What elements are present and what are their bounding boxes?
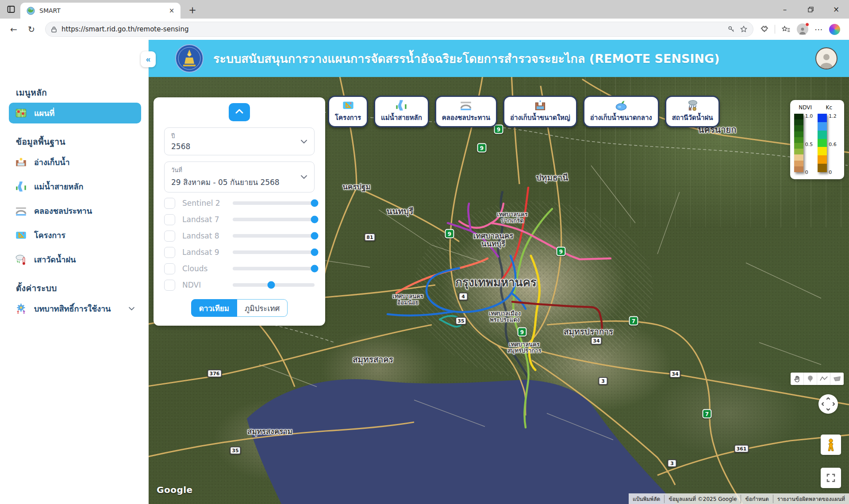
layer-checkbox[interactable] bbox=[164, 214, 175, 225]
panel-collapse-button[interactable] bbox=[229, 103, 250, 121]
pegman-button[interactable] bbox=[821, 435, 841, 455]
opacity-slider[interactable] bbox=[233, 218, 315, 221]
password-key-icon[interactable] bbox=[727, 25, 735, 33]
browser-tab[interactable]: SMART × bbox=[20, 3, 181, 19]
tab-close-icon[interactable]: × bbox=[167, 6, 176, 15]
sidebar-item-map[interactable]: แผนที่ bbox=[9, 103, 141, 123]
road-shield: 361 bbox=[734, 445, 749, 453]
map-toolbar-button[interactable]: สถานีวัดน้ำฝน bbox=[665, 96, 720, 127]
map-toolbar-button[interactable]: อ่างเก็บน้ำขนาดกลาง bbox=[583, 96, 659, 127]
favorite-star-icon[interactable] bbox=[740, 25, 748, 33]
map-place-label: เทศบาลนคร อ้อมน้อย bbox=[392, 293, 423, 306]
sidebar-item-project[interactable]: โครงการ bbox=[9, 225, 141, 246]
browser-profile-avatar[interactable] bbox=[797, 23, 808, 35]
rainpole-icon bbox=[15, 254, 27, 265]
map-toolbar-button[interactable]: โครงการ bbox=[328, 96, 368, 127]
attribution-link[interactable]: รายงานข้อผิดพลาดของแผนที่ bbox=[773, 495, 849, 503]
opacity-slider[interactable] bbox=[233, 250, 315, 254]
layer-checkbox[interactable] bbox=[164, 280, 175, 291]
layer-row: Landsat 9 bbox=[164, 246, 315, 258]
sidebar: เมนูหลักแผนที่ข้อมูลพื้นฐานอ่างเก็บน้ำแม… bbox=[0, 40, 149, 504]
map-toolbar-label: โครงการ bbox=[335, 112, 361, 123]
slider-handle[interactable] bbox=[311, 265, 319, 273]
place-marker-button[interactable] bbox=[804, 373, 817, 385]
window-minimize-button[interactable]: – bbox=[772, 0, 798, 19]
slider-handle[interactable] bbox=[267, 281, 275, 289]
sidebar-item-canal[interactable]: คลองชลประทาน bbox=[9, 200, 141, 221]
copilot-icon[interactable] bbox=[829, 24, 840, 35]
road-shield: 35 bbox=[455, 317, 466, 325]
map-toolbar-button[interactable]: คลองชลประทาน bbox=[435, 96, 497, 127]
map-place-label: เทศบาลเมือง พระประแดง bbox=[489, 311, 521, 323]
map-toolbar-label: คลองชลประทาน bbox=[442, 112, 490, 123]
map-place-label: สมุทรสงคราม bbox=[247, 427, 292, 435]
sidebar-collapse-button[interactable]: « bbox=[141, 51, 156, 67]
road-shield: 7 bbox=[703, 409, 712, 419]
slider-handle[interactable] bbox=[311, 249, 319, 256]
pan-control[interactable] bbox=[818, 394, 838, 414]
slider-handle[interactable] bbox=[311, 200, 319, 207]
workspaces-icon[interactable] bbox=[6, 4, 16, 15]
layer-checkbox[interactable] bbox=[164, 231, 175, 242]
slider-handle[interactable] bbox=[311, 232, 319, 240]
layer-checkbox[interactable] bbox=[164, 263, 175, 274]
address-bar[interactable]: https://smart.rid.go.th/remote-sensing bbox=[45, 22, 753, 37]
date-range-select[interactable]: วันที่ 29 สิงหาคม - 05 กันยายน 2568 bbox=[164, 162, 315, 192]
layer-checkbox[interactable] bbox=[164, 247, 175, 258]
sidebar-item-label: แผนที่ bbox=[34, 107, 54, 119]
legend-title: Kc bbox=[826, 104, 832, 111]
refresh-button[interactable]: ↻ bbox=[24, 22, 39, 37]
sidebar-item-label: คลองชลประทาน bbox=[34, 204, 92, 217]
sidebar-item-rainpole[interactable]: เสาวัดน้ำฝน bbox=[9, 249, 141, 270]
road-shield: 9 bbox=[518, 327, 527, 337]
canal-icon bbox=[15, 205, 27, 217]
opacity-slider[interactable] bbox=[233, 283, 315, 287]
chevron-down-icon bbox=[300, 139, 307, 144]
map-place-label: เทศบาลนคร สมุทรปราการ bbox=[507, 342, 542, 354]
map-toolbar-button[interactable]: แม่น้ำสายหลัก bbox=[374, 96, 429, 127]
slider-handle[interactable] bbox=[311, 216, 319, 223]
sidebar-item-roles[interactable]: บทบาทสิทธิ์การใช้งาน bbox=[9, 298, 141, 319]
window-restore-button[interactable] bbox=[798, 0, 823, 19]
road-shield: 34 bbox=[591, 337, 602, 345]
map-toolbar-label: อ่างเก็บน้ำขนาดใหญ่ bbox=[510, 112, 570, 123]
user-avatar[interactable] bbox=[815, 47, 837, 69]
browser-tab-strip: SMART × + – × bbox=[0, 0, 849, 19]
basemap-button[interactable]: ภูมิประเทศ bbox=[237, 299, 288, 317]
sidebar-item-river[interactable]: แม่น้ำสายหลัก bbox=[9, 176, 141, 197]
attribution-link[interactable]: ข้อมูลแผนที่ ©2025 Google bbox=[664, 495, 741, 503]
extensions-puzzle-icon[interactable] bbox=[760, 25, 768, 34]
river-icon bbox=[15, 181, 27, 192]
keyboard-shortcuts-link[interactable]: แป้นพิมพ์ลัด bbox=[629, 495, 664, 503]
resMedium-icon bbox=[615, 99, 627, 112]
draw-polyline-button[interactable] bbox=[817, 373, 830, 385]
map-place-label: เทศบาลนคร ปากเกร็ด bbox=[497, 212, 527, 224]
opacity-slider[interactable] bbox=[233, 267, 315, 270]
layer-checkbox[interactable] bbox=[164, 198, 175, 209]
map-canvas[interactable]: นครนายกปทุมธานีนครปฐมนนทบุรีเทศบาลนคร ปา… bbox=[149, 77, 849, 504]
pan-hand-button[interactable] bbox=[791, 373, 804, 385]
attribution-link[interactable]: ข้อกำหนด bbox=[741, 495, 772, 503]
window-close-button[interactable]: × bbox=[823, 0, 849, 19]
favorites-list-icon[interactable] bbox=[781, 25, 791, 34]
sidebar-item-reservoir[interactable]: อ่างเก็บน้ำ bbox=[9, 152, 141, 173]
sidebar-section-title: ข้อมูลพื้นฐาน bbox=[16, 135, 132, 148]
rainStation-icon bbox=[686, 99, 699, 112]
year-label: ปี bbox=[171, 131, 296, 141]
fullscreen-button[interactable] bbox=[821, 468, 841, 488]
road-shield: 3 bbox=[599, 377, 608, 385]
back-button[interactable]: ← bbox=[6, 22, 21, 37]
drawing-toolbar bbox=[791, 373, 844, 385]
site-favicon bbox=[27, 7, 35, 15]
new-tab-button[interactable]: + bbox=[187, 4, 198, 16]
basemap-button[interactable]: ดาวเทียม bbox=[191, 299, 237, 317]
chevron-down-icon bbox=[300, 175, 307, 179]
map-toolbar-button[interactable]: อ่างเก็บน้ำขนาดใหญ่ bbox=[503, 96, 577, 127]
layer-panel: ปี 2568 วันที่ 29 สิงหาคม - 05 กันยายน 2… bbox=[154, 97, 325, 326]
year-select[interactable]: ปี 2568 bbox=[164, 127, 315, 155]
rid-department-logo bbox=[175, 44, 204, 73]
opacity-slider[interactable] bbox=[233, 234, 315, 238]
settings-more-icon[interactable]: ⋯ bbox=[814, 24, 823, 34]
opacity-slider[interactable] bbox=[233, 201, 315, 205]
draw-polygon-button[interactable] bbox=[830, 373, 844, 385]
